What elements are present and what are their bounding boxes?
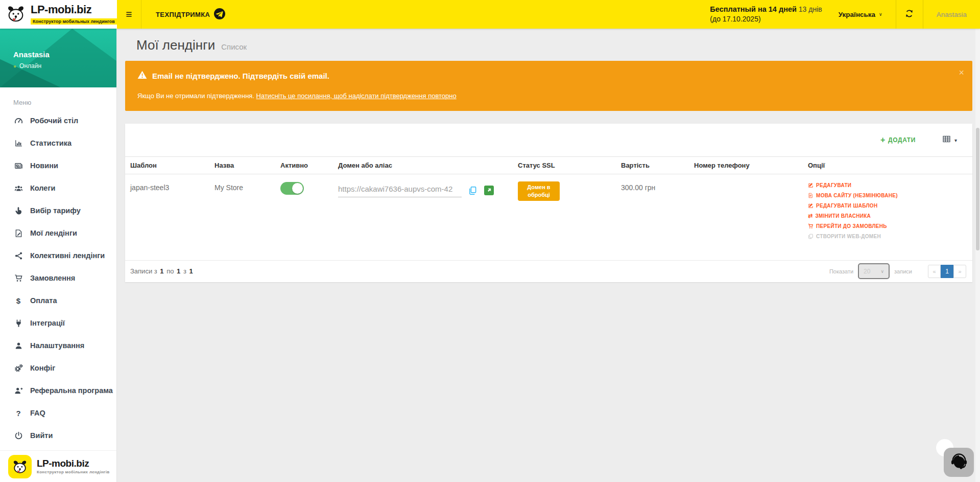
refresh-button[interactable] [896, 0, 923, 29]
close-icon[interactable]: × [959, 68, 964, 77]
warning-triangle-icon [137, 71, 147, 81]
chevron-down-icon: ∨ [879, 12, 882, 17]
language-label: Українська [839, 11, 875, 18]
sidebar-item-statistics[interactable]: Статистика [0, 132, 116, 154]
refresh-icon [905, 9, 914, 20]
table-row: japan-steel3 My Store [125, 174, 972, 260]
resend-confirmation-link[interactable]: Натисніть це посилання, щоб надіслати пі… [256, 92, 457, 100]
col-name[interactable]: Назва [209, 157, 275, 174]
add-button-label: ДОДАТИ [888, 136, 916, 144]
news-icon [13, 161, 23, 170]
active-toggle[interactable] [280, 182, 304, 195]
logo-subtitle: Конструктор мобильных лендингов [31, 18, 117, 25]
pagination: « 1 » [928, 265, 966, 278]
plug-icon [13, 318, 23, 328]
domain-input[interactable] [338, 183, 462, 197]
scrollbar-thumb[interactable] [976, 128, 979, 250]
email-warning-banner: Email не підтверджено. Підтвердіть свій … [125, 61, 972, 111]
prev-page-button[interactable]: « [928, 265, 941, 278]
sidebar-item-integrations[interactable]: Інтеграції [0, 312, 116, 334]
change-owner-option[interactable]: ⇄ ЗМІНИТИ ВЛАСНИКА [808, 213, 968, 219]
language-selector[interactable]: Українська ∨ [835, 0, 896, 29]
trial-until: (до 17.10.2025) [710, 14, 822, 24]
ssl-status-badge: Домен в обробці [518, 181, 560, 201]
sidebar: Anastasia ● Онлайн Меню Робочий стіл Ста… [0, 29, 117, 482]
page-1-button[interactable]: 1 [941, 265, 953, 278]
sidebar-item-label: Інтеграції [30, 319, 65, 327]
sidebar-item-orders[interactable]: Замовлення [0, 267, 116, 289]
page-size-select[interactable]: 20 ∨ [858, 263, 890, 279]
sidebar-item-faq[interactable]: ? FAQ [0, 402, 116, 424]
col-domain[interactable]: Домен або аліас [333, 157, 513, 174]
footer-logo-title: LP-mobi.biz [37, 458, 109, 469]
col-options[interactable]: Опції [803, 157, 972, 174]
sidebar-item-my-landings[interactable]: Мої лендінги [0, 222, 116, 244]
alert-title-text: Email не підтверджено. Підтвердіть свій … [152, 72, 329, 80]
create-web-domain-option: СТВОРИТИ WEB-ДОМЕН [808, 234, 968, 239]
edit-option[interactable]: РЕДАГУВАТИ [808, 182, 968, 188]
sidebar-item-tariff[interactable]: Вибір тарифу [0, 199, 116, 222]
main-content: Мої лендінги Список Email не підтверджен… [117, 29, 980, 482]
sidebar-footer-logo[interactable]: LP-mobi.biz Конструктор мобільних лендін… [0, 450, 116, 482]
column-visibility-button[interactable]: ▾ [942, 135, 957, 145]
support-label: ТЕХПІДТРИМКА [156, 11, 210, 18]
share-icon [13, 251, 23, 260]
sidebar-item-payment[interactable]: $ Оплата [0, 289, 116, 312]
cell-template: japan-steel3 [125, 174, 209, 260]
menu-section-label: Меню [0, 87, 116, 109]
page-subtitle: Список [221, 42, 247, 51]
sidebar-item-label: Статистика [30, 139, 71, 147]
power-icon [13, 431, 23, 440]
header-logo[interactable]: LP-mobi.biz Конструктор мобильных лендин… [0, 0, 117, 29]
sidebar-item-logout[interactable]: Вийти [0, 424, 116, 447]
sidebar-item-shared-landings[interactable]: Колективні лендінги [0, 244, 116, 267]
site-language-option[interactable]: МОВА САЙТУ (НЕЗМІНЮВАНЕ) [808, 193, 968, 198]
top-header: LP-mobi.biz Конструктор мобильных лендин… [0, 0, 980, 29]
page-title: Мої лендінги [136, 37, 215, 53]
sidebar-item-referral[interactable]: Реферальна програма [0, 379, 116, 402]
sidebar-toggle-button[interactable]: ≡ [117, 0, 141, 29]
landings-icon [13, 228, 23, 238]
sidebar-item-label: Конфіг [30, 364, 55, 372]
dog-mascot-icon [5, 4, 27, 25]
trial-info: Бесплатный на 14 дней 13 днів (до 17.10.… [710, 0, 822, 29]
question-icon: ? [13, 408, 23, 418]
sidebar-item-news[interactable]: Новини [0, 154, 116, 177]
footer-logo-subtitle: Конструктор мобільних лендінгів [37, 470, 109, 474]
col-price[interactable]: Вартість [616, 157, 689, 174]
sidebar-item-dashboard[interactable]: Робочий стіл [0, 109, 116, 132]
exchange-icon: ⇄ [808, 213, 813, 219]
hand-pointer-icon [13, 206, 23, 215]
support-link[interactable]: ТЕХПІДТРИМКА [141, 0, 235, 29]
sidebar-item-config[interactable]: Конфіг [0, 357, 116, 379]
copy-icon[interactable] [468, 186, 477, 195]
open-site-icon[interactable] [484, 186, 494, 195]
grid-icon [942, 135, 951, 145]
scrollbar-track[interactable] [975, 29, 980, 482]
sidebar-item-settings[interactable]: Налаштування [0, 334, 116, 357]
landings-table: Шаблон Назва Активно Домен або аліас Ста… [125, 156, 972, 260]
support-chat-button[interactable] [944, 448, 974, 477]
chevron-down-icon: ▾ [954, 137, 957, 143]
next-page-button[interactable]: » [953, 265, 966, 278]
go-to-orders-option[interactable]: ПЕРЕЙТИ ДО ЗАМОВЛЕНЬ [808, 223, 968, 229]
sidebar-item-colleagues[interactable]: Колеги [0, 177, 116, 199]
profile-status-label: Онлайн [19, 62, 41, 70]
col-active[interactable]: Активно [275, 157, 333, 174]
add-landing-button[interactable]: + ДОДАТИ [880, 135, 916, 145]
landings-panel: + ДОДАТИ ▾ Шаблон Назва Активно Дом [125, 124, 972, 282]
user-icon [13, 341, 23, 350]
cell-price: 300.00 грн [616, 174, 689, 260]
cell-name: My Store [209, 174, 275, 260]
stats-icon [13, 139, 23, 148]
sidebar-item-label: Налаштування [30, 341, 84, 350]
show-label: Показати [829, 268, 853, 274]
plus-icon: + [880, 135, 886, 145]
col-phone[interactable]: Номер телефону [689, 157, 803, 174]
header-username[interactable]: Anastasia [923, 0, 980, 29]
col-ssl-status[interactable]: Статус SSL [513, 157, 616, 174]
colleagues-icon [13, 183, 23, 193]
edit-template-option[interactable]: РЕДАГУВАТИ ШАБЛОН [808, 203, 968, 209]
records-info: Записи з 1 по 1 з 1 [130, 267, 194, 275]
col-template[interactable]: Шаблон [125, 157, 209, 174]
